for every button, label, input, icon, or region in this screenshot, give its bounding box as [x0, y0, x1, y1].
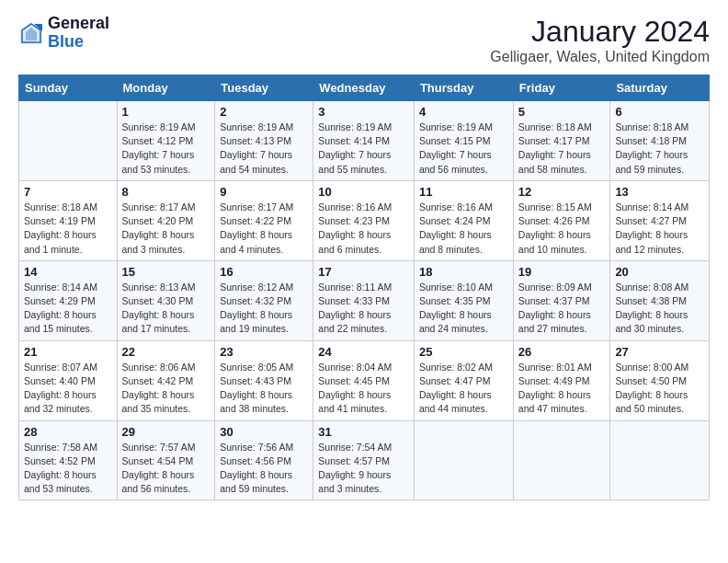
header-day-monday: Monday — [117, 75, 215, 101]
header-day-friday: Friday — [513, 75, 610, 101]
day-info: Sunrise: 8:11 AM Sunset: 4:33 PM Dayligh… — [318, 281, 409, 337]
day-info: Sunrise: 8:18 AM Sunset: 4:17 PM Dayligh… — [518, 121, 606, 177]
day-number: 14 — [24, 265, 112, 279]
calendar-cell: 30Sunrise: 7:56 AM Sunset: 4:56 PM Dayli… — [215, 420, 313, 500]
day-number: 28 — [24, 425, 112, 439]
calendar-cell: 18Sunrise: 8:10 AM Sunset: 4:35 PM Dayli… — [414, 260, 513, 340]
calendar-cell: 25Sunrise: 8:02 AM Sunset: 4:47 PM Dayli… — [414, 340, 513, 420]
day-info: Sunrise: 8:04 AM Sunset: 4:45 PM Dayligh… — [318, 361, 409, 417]
calendar-week-row: 14Sunrise: 8:14 AM Sunset: 4:29 PM Dayli… — [19, 260, 710, 340]
calendar-cell: 28Sunrise: 7:58 AM Sunset: 4:52 PM Dayli… — [19, 420, 118, 500]
calendar-week-row: 7Sunrise: 8:18 AM Sunset: 4:19 PM Daylig… — [19, 180, 710, 260]
day-number: 20 — [615, 265, 704, 279]
day-number: 7 — [24, 185, 112, 199]
calendar-cell: 22Sunrise: 8:06 AM Sunset: 4:42 PM Dayli… — [117, 340, 215, 420]
day-number: 3 — [318, 105, 409, 119]
day-info: Sunrise: 8:06 AM Sunset: 4:42 PM Dayligh… — [122, 361, 210, 417]
calendar-cell: 11Sunrise: 8:16 AM Sunset: 4:24 PM Dayli… — [414, 180, 513, 260]
calendar-cell — [513, 420, 610, 500]
day-info: Sunrise: 7:58 AM Sunset: 4:52 PM Dayligh… — [24, 441, 112, 497]
calendar-cell: 16Sunrise: 8:12 AM Sunset: 4:32 PM Dayli… — [215, 260, 313, 340]
day-number: 21 — [24, 345, 112, 359]
day-number: 2 — [220, 105, 308, 119]
day-info: Sunrise: 8:12 AM Sunset: 4:32 PM Dayligh… — [220, 281, 308, 337]
day-number: 15 — [122, 265, 210, 279]
calendar-cell: 8Sunrise: 8:17 AM Sunset: 4:20 PM Daylig… — [117, 180, 215, 260]
day-info: Sunrise: 8:16 AM Sunset: 4:23 PM Dayligh… — [318, 201, 409, 257]
logo-blue-text: Blue — [48, 33, 109, 52]
header-day-saturday: Saturday — [610, 75, 710, 101]
logo-text: General Blue — [48, 15, 109, 52]
day-info: Sunrise: 8:17 AM Sunset: 4:20 PM Dayligh… — [122, 201, 210, 257]
day-number: 22 — [122, 345, 210, 359]
calendar-cell: 26Sunrise: 8:01 AM Sunset: 4:49 PM Dayli… — [513, 340, 610, 420]
calendar-cell: 14Sunrise: 8:14 AM Sunset: 4:29 PM Dayli… — [19, 260, 118, 340]
day-number: 9 — [220, 185, 308, 199]
calendar-week-row: 21Sunrise: 8:07 AM Sunset: 4:40 PM Dayli… — [19, 340, 710, 420]
day-number: 26 — [518, 345, 606, 359]
day-info: Sunrise: 8:05 AM Sunset: 4:43 PM Dayligh… — [220, 361, 308, 417]
calendar-body: 1Sunrise: 8:19 AM Sunset: 4:12 PM Daylig… — [19, 101, 710, 500]
header-day-thursday: Thursday — [414, 75, 513, 101]
calendar-table: SundayMondayTuesdayWednesdayThursdayFrid… — [18, 75, 710, 500]
calendar-cell — [19, 101, 118, 181]
day-info: Sunrise: 8:18 AM Sunset: 4:19 PM Dayligh… — [24, 201, 112, 257]
day-number: 1 — [122, 105, 210, 119]
logo-general-text: General — [48, 15, 109, 33]
day-info: Sunrise: 8:10 AM Sunset: 4:35 PM Dayligh… — [419, 281, 508, 337]
calendar-cell: 17Sunrise: 8:11 AM Sunset: 4:33 PM Dayli… — [313, 260, 415, 340]
calendar-cell: 21Sunrise: 8:07 AM Sunset: 4:40 PM Dayli… — [19, 340, 118, 420]
header-day-wednesday: Wednesday — [313, 75, 415, 101]
header: General Blue January 2024 Gelligaer, Wal… — [18, 15, 710, 65]
day-number: 25 — [419, 345, 508, 359]
day-info: Sunrise: 8:18 AM Sunset: 4:18 PM Dayligh… — [615, 121, 704, 177]
day-number: 8 — [122, 185, 210, 199]
day-info: Sunrise: 7:54 AM Sunset: 4:57 PM Dayligh… — [318, 441, 409, 497]
day-number: 27 — [615, 345, 704, 359]
calendar-header: SundayMondayTuesdayWednesdayThursdayFrid… — [19, 75, 710, 101]
day-number: 31 — [318, 425, 409, 439]
header-row: SundayMondayTuesdayWednesdayThursdayFrid… — [19, 75, 710, 101]
day-number: 10 — [318, 185, 409, 199]
day-number: 19 — [518, 265, 606, 279]
calendar-cell: 4Sunrise: 8:19 AM Sunset: 4:15 PM Daylig… — [414, 101, 513, 181]
calendar-cell — [414, 420, 513, 500]
calendar-cell: 19Sunrise: 8:09 AM Sunset: 4:37 PM Dayli… — [513, 260, 610, 340]
day-number: 13 — [615, 185, 704, 199]
day-info: Sunrise: 8:00 AM Sunset: 4:50 PM Dayligh… — [615, 361, 704, 417]
day-info: Sunrise: 8:14 AM Sunset: 4:27 PM Dayligh… — [615, 201, 704, 257]
day-info: Sunrise: 8:08 AM Sunset: 4:38 PM Dayligh… — [615, 281, 704, 337]
calendar-cell — [610, 420, 710, 500]
day-number: 23 — [220, 345, 308, 359]
day-number: 16 — [220, 265, 308, 279]
location-title: Gelligaer, Wales, United Kingdom — [490, 49, 710, 65]
calendar-cell: 5Sunrise: 8:18 AM Sunset: 4:17 PM Daylig… — [513, 101, 610, 181]
day-number: 17 — [318, 265, 409, 279]
day-number: 11 — [419, 185, 508, 199]
header-day-sunday: Sunday — [19, 75, 118, 101]
day-info: Sunrise: 8:19 AM Sunset: 4:13 PM Dayligh… — [220, 121, 308, 177]
calendar-cell: 1Sunrise: 8:19 AM Sunset: 4:12 PM Daylig… — [117, 101, 215, 181]
day-info: Sunrise: 8:17 AM Sunset: 4:22 PM Dayligh… — [220, 201, 308, 257]
day-number: 5 — [518, 105, 606, 119]
title-section: January 2024 Gelligaer, Wales, United Ki… — [490, 15, 710, 65]
month-title: January 2024 — [490, 15, 710, 49]
calendar-week-row: 1Sunrise: 8:19 AM Sunset: 4:12 PM Daylig… — [19, 101, 710, 181]
calendar-cell: 2Sunrise: 8:19 AM Sunset: 4:13 PM Daylig… — [215, 101, 313, 181]
day-number: 18 — [419, 265, 508, 279]
calendar-cell: 12Sunrise: 8:15 AM Sunset: 4:26 PM Dayli… — [513, 180, 610, 260]
calendar-cell: 31Sunrise: 7:54 AM Sunset: 4:57 PM Dayli… — [313, 420, 415, 500]
logo-icon — [18, 20, 44, 46]
day-info: Sunrise: 8:19 AM Sunset: 4:15 PM Dayligh… — [419, 121, 508, 177]
day-info: Sunrise: 8:15 AM Sunset: 4:26 PM Dayligh… — [518, 201, 606, 257]
header-day-tuesday: Tuesday — [215, 75, 313, 101]
calendar-cell: 13Sunrise: 8:14 AM Sunset: 4:27 PM Dayli… — [610, 180, 710, 260]
day-number: 12 — [518, 185, 606, 199]
day-info: Sunrise: 8:01 AM Sunset: 4:49 PM Dayligh… — [518, 361, 606, 417]
day-info: Sunrise: 8:14 AM Sunset: 4:29 PM Dayligh… — [24, 281, 112, 337]
day-info: Sunrise: 8:19 AM Sunset: 4:14 PM Dayligh… — [318, 121, 409, 177]
calendar-cell: 10Sunrise: 8:16 AM Sunset: 4:23 PM Dayli… — [313, 180, 415, 260]
day-info: Sunrise: 7:57 AM Sunset: 4:54 PM Dayligh… — [122, 441, 210, 497]
day-info: Sunrise: 8:09 AM Sunset: 4:37 PM Dayligh… — [518, 281, 606, 337]
day-info: Sunrise: 8:13 AM Sunset: 4:30 PM Dayligh… — [122, 281, 210, 337]
